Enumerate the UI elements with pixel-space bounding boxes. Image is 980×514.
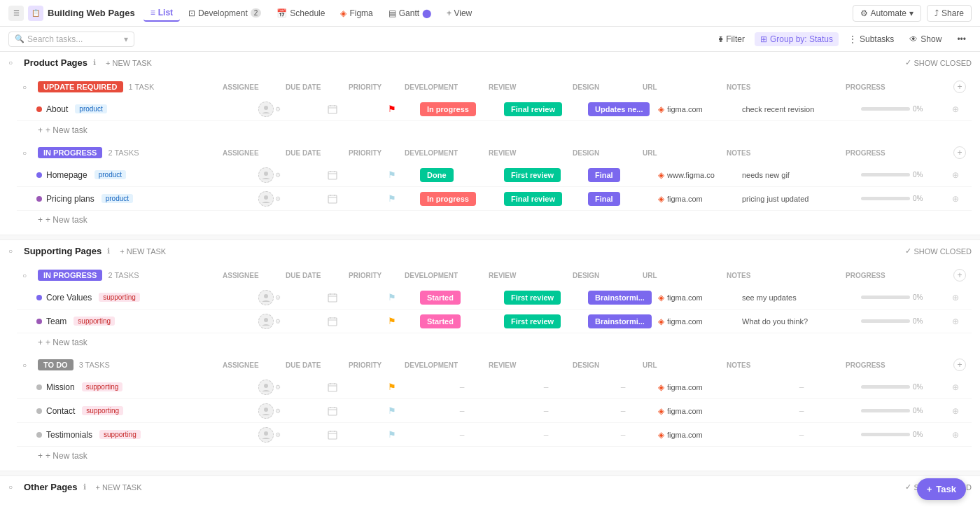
development-cell[interactable]: Done: [420, 170, 504, 180]
task-row[interactable]: Pricing plans product ⚙ ⚑ In progress: [17, 187, 972, 211]
review-cell[interactable]: Final review: [504, 194, 588, 204]
due-date-cell[interactable]: [301, 406, 364, 416]
design-cell[interactable]: –: [588, 382, 658, 392]
share-button[interactable]: ⤴ Share: [927, 5, 972, 22]
review-cell[interactable]: –: [504, 382, 588, 392]
task-row[interactable]: Team supporting ⚙ ⚑ Started: [17, 310, 972, 333]
add-task-icon[interactable]: +: [953, 269, 966, 282]
assignee-cell[interactable]: ⚙: [238, 191, 301, 207]
priority-cell[interactable]: ⚑: [364, 429, 420, 440]
task-tag[interactable]: product: [94, 170, 126, 179]
priority-cell[interactable]: ⚑: [364, 316, 420, 326]
tab-development[interactable]: ⊡ Development 2: [181, 6, 268, 21]
info-icon[interactable]: ℹ: [107, 246, 110, 256]
assignee-cell[interactable]: ⚙: [238, 427, 301, 443]
row-options[interactable]: ⊕: [945, 293, 966, 303]
review-cell[interactable]: –: [504, 406, 588, 416]
subtasks-button[interactable]: ⋮ Subtasks: [843, 32, 899, 46]
development-cell[interactable]: –: [420, 430, 504, 440]
design-cell[interactable]: Final: [588, 170, 658, 180]
development-cell[interactable]: Started: [420, 317, 504, 326]
url-cell[interactable]: ◈ figma.com: [658, 317, 742, 326]
development-cell[interactable]: Started: [420, 293, 504, 303]
tab-figma[interactable]: ◈ Figma: [333, 6, 379, 21]
priority-cell[interactable]: ⚑: [364, 193, 420, 204]
row-options[interactable]: ⊕: [945, 406, 966, 416]
show-closed-button[interactable]: ✓ SHOW CLOSED: [905, 58, 972, 67]
review-cell[interactable]: First review: [504, 317, 588, 326]
status-header-in-progress-2[interactable]: ○ IN PROGRESS 2 TASKS ASSIGNEE DUE DATE …: [17, 265, 972, 286]
add-task-icon[interactable]: +: [953, 359, 966, 371]
due-date-cell[interactable]: [301, 382, 364, 392]
design-cell[interactable]: Final: [588, 194, 658, 204]
add-task-row[interactable]: + + New task: [17, 211, 972, 229]
task-row[interactable]: Core Values supporting ⚙ ⚑ Started: [17, 286, 972, 310]
url-cell[interactable]: ◈ figma.com: [658, 104, 742, 114]
priority-cell[interactable]: ⚑: [364, 104, 420, 114]
tab-schedule[interactable]: 📅 Schedule: [270, 6, 332, 21]
more-options-button[interactable]: •••: [951, 32, 972, 46]
due-date-cell[interactable]: [301, 170, 364, 180]
status-header-todo[interactable]: ○ TO DO 3 TASKS ASSIGNEE DUE DATE PRIORI…: [17, 354, 972, 375]
tab-gantt[interactable]: ▤ Gantt ⬤: [382, 6, 438, 21]
design-cell[interactable]: Brainstormi...: [588, 317, 658, 326]
review-cell[interactable]: Final review: [504, 104, 588, 114]
priority-cell[interactable]: ⚑: [364, 405, 420, 416]
task-tag[interactable]: supporting: [99, 430, 141, 439]
assignee-cell[interactable]: ⚙: [238, 102, 301, 117]
row-options[interactable]: ⊕: [945, 430, 966, 440]
review-cell[interactable]: First review: [504, 293, 588, 303]
new-task-button[interactable]: + NEW TASK: [115, 246, 170, 256]
assignee-cell[interactable]: ⚙: [238, 167, 301, 183]
group-by-button[interactable]: ⊞ Group by: Status: [755, 32, 839, 46]
task-tag[interactable]: supporting: [74, 317, 115, 326]
info-icon[interactable]: ℹ: [83, 482, 86, 492]
add-task-row[interactable]: + + New task: [17, 447, 972, 465]
row-options[interactable]: ⊕: [945, 104, 966, 114]
development-cell[interactable]: In progress: [420, 104, 504, 114]
task-tag[interactable]: supporting: [82, 382, 123, 391]
url-cell[interactable]: ◈ figma.com: [658, 430, 742, 440]
design-cell[interactable]: Updates ne...: [588, 104, 658, 114]
row-options[interactable]: ⊕: [945, 317, 966, 326]
new-task-button[interactable]: + NEW TASK: [92, 482, 146, 492]
filter-button[interactable]: ⧳ Filter: [713, 32, 750, 46]
url-cell[interactable]: ◈ figma.com: [658, 382, 742, 392]
assignee-cell[interactable]: ⚙: [238, 314, 301, 329]
search-box[interactable]: 🔍 Search tasks... ▾: [8, 32, 134, 47]
development-cell[interactable]: In progress: [420, 194, 504, 204]
show-button[interactable]: 👁 Show: [904, 32, 947, 46]
development-cell[interactable]: –: [420, 382, 504, 392]
tab-add-view[interactable]: + View: [440, 6, 479, 21]
info-icon[interactable]: ℹ: [93, 58, 96, 67]
design-cell[interactable]: –: [588, 406, 658, 416]
add-task-icon[interactable]: +: [953, 146, 966, 159]
task-tag[interactable]: product: [102, 194, 133, 203]
menu-icon[interactable]: ☰: [8, 6, 24, 21]
task-row[interactable]: Contact supporting ⚙ ⚑ – – –: [17, 399, 972, 423]
automate-button[interactable]: ⚙ Automate ▾: [853, 5, 921, 22]
task-row[interactable]: Homepage product ⚙ ⚑ Done: [17, 163, 972, 187]
task-tag[interactable]: product: [75, 104, 106, 113]
task-tag[interactable]: supporting: [99, 293, 140, 302]
priority-cell[interactable]: ⚑: [364, 169, 420, 180]
row-options[interactable]: ⊕: [945, 194, 966, 204]
row-options[interactable]: ⊕: [945, 382, 966, 392]
assignee-cell[interactable]: ⚙: [238, 290, 301, 305]
design-cell[interactable]: –: [588, 430, 658, 440]
review-cell[interactable]: First review: [504, 170, 588, 180]
add-task-icon[interactable]: +: [953, 81, 966, 93]
task-row[interactable]: About product ⚙ ⚑ In progress: [17, 97, 972, 121]
priority-cell[interactable]: ⚑: [364, 292, 420, 303]
url-cell[interactable]: ◈ figma.com: [658, 406, 742, 416]
due-date-cell[interactable]: [301, 194, 364, 204]
task-fab-button[interactable]: + Task: [917, 478, 966, 500]
review-cell[interactable]: –: [504, 430, 588, 440]
task-tag[interactable]: supporting: [82, 406, 123, 415]
due-date-cell[interactable]: [301, 430, 364, 440]
add-task-row[interactable]: + + New task: [17, 121, 972, 139]
row-options[interactable]: ⊕: [945, 170, 966, 180]
development-cell[interactable]: –: [420, 406, 504, 416]
status-header-update-required[interactable]: ○ UPDATE REQUIRED 1 TASK ASSIGNEE DUE DA…: [17, 76, 972, 97]
due-date-cell[interactable]: [301, 317, 364, 326]
